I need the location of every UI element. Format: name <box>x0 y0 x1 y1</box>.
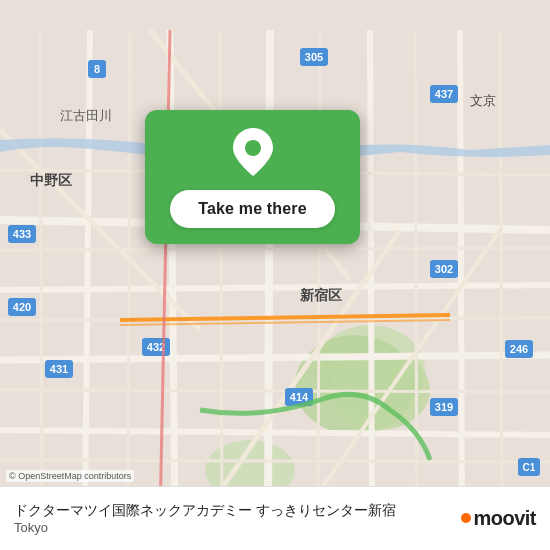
map-container: 305 437 8 433 420 431 432 414 302 <box>0 0 550 550</box>
bottom-bar: ドクターマツイ国際ネックアカデミー すっきりセンター新宿 Tokyo moovi… <box>0 486 550 550</box>
svg-text:433: 433 <box>13 228 31 240</box>
osm-attribution: © OpenStreetMap contributors <box>6 470 134 482</box>
place-info: ドクターマツイ国際ネックアカデミー すっきりセンター新宿 Tokyo <box>14 502 449 536</box>
svg-text:302: 302 <box>435 263 453 275</box>
map-pin-icon <box>233 128 273 176</box>
svg-line-23 <box>40 30 42 520</box>
osm-attribution-text: © OpenStreetMap contributors <box>9 471 131 481</box>
svg-text:C1: C1 <box>523 462 536 473</box>
svg-line-10 <box>170 30 175 520</box>
svg-point-60 <box>245 140 261 156</box>
svg-text:新宿区: 新宿区 <box>300 287 342 303</box>
place-city: Tokyo <box>14 520 449 535</box>
svg-line-22 <box>0 460 550 462</box>
svg-text:中野区: 中野区 <box>30 172 72 188</box>
svg-text:420: 420 <box>13 301 31 313</box>
moovit-text: moovit <box>473 507 536 530</box>
svg-line-21 <box>0 390 550 392</box>
svg-text:246: 246 <box>510 343 528 355</box>
svg-line-7 <box>0 355 550 360</box>
svg-text:414: 414 <box>290 391 309 403</box>
svg-line-11 <box>268 30 270 520</box>
svg-line-28 <box>500 30 502 520</box>
svg-text:431: 431 <box>50 363 68 375</box>
svg-line-27 <box>415 30 417 520</box>
take-me-there-button[interactable]: Take me there <box>170 190 335 228</box>
svg-line-13 <box>460 30 462 520</box>
moovit-logo: moovit <box>461 507 536 530</box>
pin-icon-wrap <box>233 128 273 180</box>
svg-text:江古田川: 江古田川 <box>60 108 112 123</box>
svg-text:8: 8 <box>94 63 100 75</box>
popup-card: Take me there <box>145 110 360 244</box>
svg-line-19 <box>0 248 550 250</box>
moovit-dot <box>461 513 471 523</box>
svg-text:437: 437 <box>435 88 453 100</box>
svg-text:305: 305 <box>305 51 323 63</box>
svg-text:319: 319 <box>435 401 453 413</box>
svg-line-24 <box>128 30 130 520</box>
svg-line-25 <box>220 30 222 520</box>
place-name: ドクターマツイ国際ネックアカデミー すっきりセンター新宿 <box>14 502 449 521</box>
svg-line-26 <box>318 30 320 520</box>
svg-text:文京: 文京 <box>470 93 496 108</box>
map-svg: 305 437 8 433 420 431 432 414 302 <box>0 0 550 550</box>
